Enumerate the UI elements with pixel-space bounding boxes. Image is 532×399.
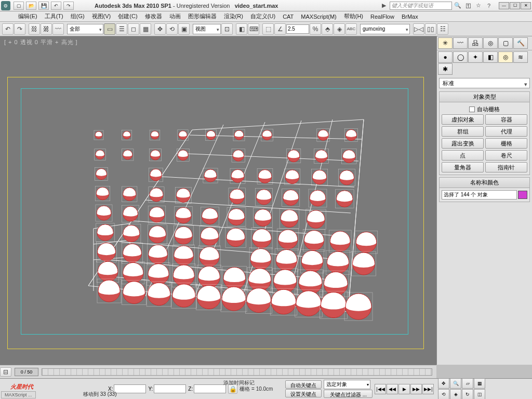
timeline-left-icon[interactable]: ⊟ [0, 367, 11, 377]
menu-view[interactable]: 视图(V) [88, 11, 115, 21]
nav-roll-icon[interactable]: ↻ [462, 389, 473, 399]
compass-button[interactable]: 指南针 [485, 162, 527, 172]
nav-dolly-icon[interactable]: ◈ [450, 389, 461, 399]
unlink-icon[interactable]: ⛓̸ [41, 23, 52, 35]
y-input[interactable] [154, 384, 186, 393]
display-tab-icon[interactable]: ▢ [498, 37, 513, 49]
time-slider[interactable]: ⊟ 0 / 50 [0, 365, 436, 378]
select-name-icon[interactable]: ☰ [116, 23, 127, 35]
save-icon[interactable]: 💾 [38, 2, 49, 10]
autokey-button[interactable]: 自动关键点 [285, 380, 322, 389]
point-button[interactable]: 点 [442, 150, 484, 161]
delegate-button[interactable]: 代理 [485, 126, 527, 137]
shapes-subtab-icon[interactable]: ◯ [453, 51, 468, 63]
object-color-swatch[interactable] [518, 191, 527, 199]
dummy-button[interactable]: 虚拟对象 [442, 114, 484, 125]
minimize-button[interactable]: — [499, 2, 509, 9]
help-icon[interactable]: ? [484, 2, 494, 10]
bind-spacewarp-icon[interactable]: 〰 [52, 23, 64, 35]
hierarchy-tab-icon[interactable]: 品 [468, 37, 483, 49]
crowd-button[interactable]: 群组 [442, 126, 484, 137]
goto-end-icon[interactable]: ▶▶| [422, 384, 434, 394]
nav-fov-icon[interactable]: ▱ [462, 378, 473, 389]
window-crossing-icon[interactable]: ▦ [140, 23, 151, 35]
angle-snap-icon[interactable]: ∠ [274, 23, 286, 35]
menu-group[interactable]: 组(G) [67, 11, 88, 21]
select-rect-icon[interactable]: ◻ [128, 23, 139, 35]
key-icon[interactable]: ⚿ [463, 2, 473, 10]
ref-coord-combo[interactable]: 视图 [193, 24, 221, 34]
tape-button[interactable]: 卷尺 [485, 150, 527, 161]
nav-pan-icon[interactable]: ✥ [438, 378, 449, 389]
menu-customize[interactable]: 自定义(U) [247, 11, 279, 21]
modify-tab-icon[interactable]: 〰 [453, 37, 468, 49]
systems-subtab-icon[interactable]: ✱ [438, 63, 453, 75]
play-icon[interactable]: ▶ [398, 384, 410, 394]
keyfilters-button[interactable]: 关键点过滤器 ... [324, 390, 373, 398]
new-icon[interactable]: ▢ [14, 2, 24, 10]
setkey-button[interactable]: 设置关键点 [285, 389, 322, 397]
x-input[interactable] [114, 384, 146, 393]
close-button[interactable]: ✕ [521, 2, 531, 9]
container-button[interactable]: 容器 [485, 114, 527, 125]
menu-animation[interactable]: 动画 [166, 11, 184, 21]
maxscript-listener-tab[interactable]: MAXScript ... [1, 391, 36, 398]
helpers-subtab-icon[interactable]: ◎ [498, 51, 513, 63]
spinner-snap-icon[interactable]: ⬘ [322, 23, 333, 35]
lights-subtab-icon[interactable]: ✦ [468, 51, 483, 63]
maximize-button[interactable]: ☐ [510, 2, 520, 9]
link-icon[interactable]: ⛓ [29, 23, 40, 35]
star-icon[interactable]: ☆ [474, 2, 483, 10]
menu-brmax[interactable]: BrMax [398, 12, 422, 21]
abc-icon[interactable]: ABC [345, 23, 357, 35]
nav-zoomall-icon[interactable]: ▦ [474, 378, 485, 389]
open-icon[interactable]: 📂 [26, 2, 36, 10]
binoculars-icon[interactable]: 🔍 [453, 2, 462, 10]
play-title-icon[interactable]: ▶ [379, 2, 389, 10]
menu-maxscript[interactable]: MAXScript(M) [297, 12, 340, 21]
next-frame-icon[interactable]: ▶▶ [410, 384, 422, 394]
redo-icon[interactable]: ↷ [14, 23, 25, 35]
undo-qat-icon[interactable]: ↶ [51, 2, 61, 10]
z-input[interactable] [194, 384, 226, 393]
undo-icon[interactable]: ↶ [2, 23, 14, 35]
select-object-icon[interactable]: ▭ [104, 23, 115, 35]
edged-faces-icon[interactable]: ◈ [334, 23, 345, 35]
angle-snap-spinner[interactable]: 2.5 [286, 24, 309, 34]
menu-tools[interactable]: 工具(T) [41, 11, 67, 21]
move-icon[interactable]: ✥ [154, 23, 166, 35]
manipulate-icon[interactable]: ◧ [236, 23, 247, 35]
cameras-subtab-icon[interactable]: ◧ [483, 51, 498, 63]
menu-realflow[interactable]: RealFlow [367, 12, 398, 21]
menu-create[interactable]: 创建(C) [114, 11, 141, 21]
viewport[interactable]: [ + 0 透视 0 平滑 + 高光 ] [0, 36, 436, 365]
named-selection-combo[interactable]: gumoxing [360, 24, 410, 34]
utilities-tab-icon[interactable]: 🔨 [513, 37, 528, 49]
time-tag-prompt[interactable]: 添加时间标记 [223, 379, 255, 387]
align-icon[interactable]: ▯▯ [425, 23, 436, 35]
menu-modifiers[interactable]: 修改器 [141, 11, 166, 21]
selection-name-field[interactable]: 选择了 144 个 对象 [442, 190, 517, 200]
timeline-track[interactable] [42, 368, 432, 376]
rotate-icon[interactable]: ⟲ [166, 23, 178, 35]
nav-maxtoggle-icon[interactable]: ◫ [474, 389, 485, 399]
selection-filter-combo[interactable]: 全部 [67, 24, 103, 34]
menu-edit[interactable]: 编辑(E) [15, 11, 41, 21]
menu-help[interactable]: 帮助(H) [340, 11, 367, 21]
grid-button[interactable]: 栅格 [485, 138, 527, 149]
layers-icon[interactable]: ☷ [437, 23, 448, 35]
prev-frame-icon[interactable]: ◀◀ [387, 384, 398, 394]
nav-orbit-icon[interactable]: ⟲ [438, 389, 449, 399]
exposetm-button[interactable]: 露出变换 [442, 138, 484, 149]
menu-cat[interactable]: CAT [279, 12, 297, 21]
keymode-combo[interactable]: 选定对象 [324, 380, 370, 389]
nav-zoom-icon[interactable]: 🔍 [450, 378, 461, 389]
motion-tab-icon[interactable]: ◎ [483, 37, 498, 49]
rollout-header[interactable]: 对象类型 [440, 92, 529, 102]
geometry-subtab-icon[interactable]: ● [438, 51, 453, 63]
frame-indicator[interactable]: 0 / 50 [15, 368, 38, 376]
help-search-input[interactable]: 键入关键字或短语 [390, 2, 452, 10]
autogrid-checkbox[interactable] [469, 107, 475, 112]
scale-icon[interactable]: ▣ [178, 23, 190, 35]
protractor-button[interactable]: 量角器 [442, 162, 484, 172]
